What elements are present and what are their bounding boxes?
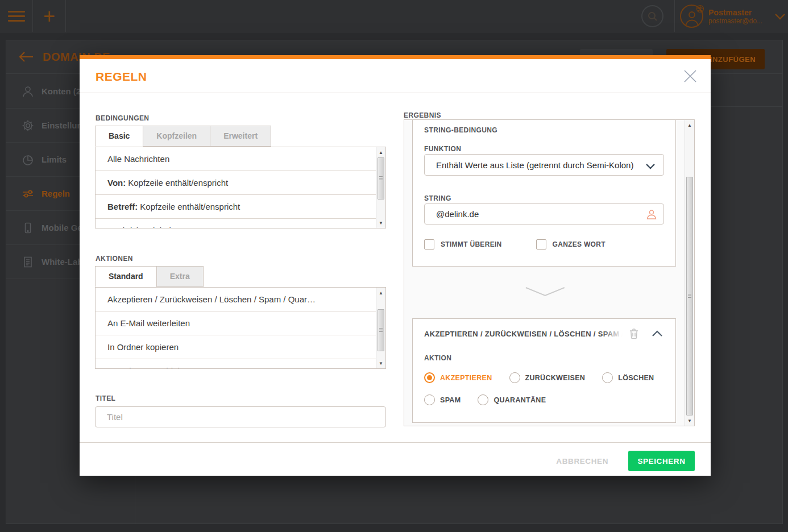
actions-tabs: Standard Extra [95,266,204,287]
list-item[interactable]: Alle Nachrichten [96,147,385,171]
ganzes-wort-checkbox[interactable] [536,239,546,250]
add-button[interactable]: + [33,0,66,32]
scrollbar[interactable]: ▲ ▼ [685,120,694,426]
radio-icon [509,372,520,383]
item-text: Alle Nachrichten [107,154,169,164]
radio-akzeptieren[interactable]: AKZEPTIEREN [424,372,492,383]
delete-icon[interactable] [629,328,639,339]
tab-erweitert[interactable]: Erweitert [210,126,271,147]
tab-extra[interactable]: Extra [156,266,204,287]
radio-icon [424,372,435,383]
scrollbar[interactable]: ▲ ▼ [376,147,385,228]
save-button[interactable]: SPEICHERN [628,451,695,471]
modal-header-divider [80,93,711,93]
string-condition-card: STRING-BEDINGUNG FUNKTION Enthält Werte … [412,120,676,267]
radio-quarantaene[interactable]: QUARANTÄNE [478,394,546,405]
sidebar-item-label: Limits [42,155,67,164]
action-card-title: AKZEPTIEREN / ZURÜCKWEISEN / LÖSCHEN / S… [424,330,628,338]
item-text: In Ordner verschieben [107,366,192,369]
scroll-up-icon[interactable]: ▲ [376,148,385,157]
funktion-select[interactable]: Enthält Werte aus Liste (getrennt durch … [424,154,664,176]
menu-button[interactable] [0,0,33,32]
topbar: + Postmaster postmaster@do... [0,0,788,32]
globe-badge-icon [696,5,704,13]
list-item[interactable]: An E-Mail weiterleiten [96,311,385,335]
list-item[interactable]: Nachrichteninhalt [96,219,385,228]
chevron-up-icon[interactable] [652,330,663,337]
scroll-up-icon[interactable]: ▲ [685,120,694,130]
ergebnis-label: ERGEBNIS [404,111,441,119]
stimmt-ueberein-checkbox[interactable] [424,239,434,250]
checkbox-group: GANZES WORT [536,239,605,250]
scrollbar[interactable]: ▲ ▼ [376,288,385,368]
string-field-wrap [424,203,664,225]
tab-standard[interactable]: Standard [95,266,157,287]
action-card: AKZEPTIEREN / ZURÜCKWEISEN / LÖSCHEN / S… [412,318,676,423]
select-value: Enthält Werte aus Liste (getrennt durch … [436,160,633,170]
regeln-modal: REGELN BEDINGUNGEN Basic Kopfzeilen Erwe… [80,55,711,476]
scroll-down-icon[interactable]: ▼ [685,416,694,425]
radio-zurueckweisen[interactable]: ZURÜCKWEISEN [509,372,586,383]
gear-icon [21,119,35,132]
avatar [680,5,703,28]
hamburger-icon [8,8,25,24]
checkbox-row: STIMMT ÜBEREIN GANZES WORT [424,239,605,250]
footer-divider [80,442,711,443]
flow-chevron-icon [525,286,566,297]
sidebar-item-label: Regeln [42,189,70,198]
item-text: Nachrichteninhalt [107,226,173,228]
item-prefix: Von: [107,178,126,188]
scrollbar-thumb[interactable] [378,157,384,200]
conditions-tabs: Basic Kopfzeilen Erweitert [95,126,271,147]
conditions-list: Alle Nachrichten Von:Kopfzeile enthält/e… [95,147,386,228]
aktionen-label: AKTIONEN [96,255,133,263]
radio-label: SPAM [440,396,461,404]
user-email: postmaster@do... [708,17,772,25]
list-item[interactable]: Akzeptieren / Zurückweisen / Löschen / S… [96,288,385,311]
string-bedingung-title: STRING-BEDINGUNG [424,126,497,134]
contact-picker-icon[interactable] [646,209,657,220]
checkbox-label: STIMMT ÜBEREIN [441,240,502,248]
actions-list: Akzeptieren / Zurückweisen / Löschen / S… [95,287,386,369]
document-icon [21,255,35,269]
radio-row: AKZEPTIEREN ZURÜCKWEISEN LÖSCHEN [424,372,671,383]
plus-icon: + [43,5,55,28]
item-text: Kopfzeile enthält/enspricht [128,178,228,188]
user-menu[interactable]: Postmaster postmaster@do... [678,0,788,32]
cancel-button[interactable]: ABBRECHEN [556,451,608,471]
radio-spam[interactable]: SPAM [424,394,461,405]
tab-kopfzeilen[interactable]: Kopfzeilen [143,126,210,147]
back-arrow-icon[interactable] [19,51,34,63]
scrollbar-thumb[interactable] [378,309,384,351]
close-button[interactable] [681,67,699,85]
list-item[interactable]: In Ordner kopieren [96,335,385,359]
chevron-down-icon [645,163,656,169]
list-item[interactable]: Von:Kopfzeile enthält/enspricht [96,171,385,195]
scroll-down-icon[interactable]: ▼ [376,359,385,368]
scroll-up-icon[interactable]: ▲ [376,288,385,297]
radio-row: SPAM QUARANTÄNE [424,394,563,405]
search-button[interactable] [641,5,663,27]
list-item[interactable]: In Ordner verschieben [96,359,385,369]
radio-label: LÖSCHEN [618,374,654,382]
close-icon [683,69,698,84]
user-name: Postmaster [708,8,772,17]
tab-basic[interactable]: Basic [95,126,143,147]
action-card-header: AKZEPTIEREN / ZURÜCKWEISEN / LÖSCHEN / S… [424,327,667,340]
list-item[interactable]: Betreff:Kopfzeile enthält/enspricht [96,195,385,219]
string-input[interactable] [424,203,664,225]
scroll-down-icon[interactable]: ▼ [376,218,385,227]
phone-icon [21,221,35,235]
string-label: STRING [424,194,451,202]
item-text: An E-Mail weiterleiten [107,318,190,328]
sliders-icon [21,187,35,201]
modal-title: REGELN [96,70,147,84]
pie-chart-icon [21,153,35,167]
radio-label: ZURÜCKWEISEN [525,374,586,382]
titel-input[interactable] [95,406,386,427]
titel-label: TITEL [96,394,115,402]
radio-loeschen[interactable]: LÖSCHEN [602,372,654,383]
scrollbar-thumb[interactable] [686,177,693,415]
funktion-label: FUNKTION [424,145,461,153]
user-icon [21,85,35,98]
